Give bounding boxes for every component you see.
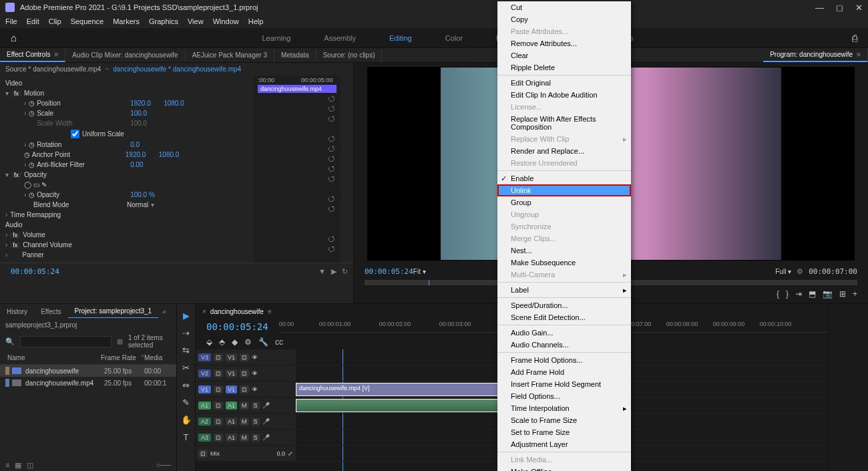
slip-tool-icon[interactable]: ⇔ — [180, 379, 192, 391]
reset-icon[interactable]: ⭯ — [328, 114, 335, 124]
track-select-tool-icon[interactable]: ⇢ — [180, 327, 192, 339]
context-menu-item[interactable]: Remove Attributes... — [497, 37, 631, 49]
context-menu-item[interactable]: Insert Frame Hold Segment — [497, 378, 631, 390]
project-item-sequence[interactable]: dancinghousewife 25.00 fps 00:00 — [0, 365, 176, 377]
list-view-icon[interactable]: ≡ — [5, 461, 9, 470]
context-menu-item[interactable]: Label — [497, 284, 631, 296]
ec-position-x[interactable]: 1920.0 — [130, 100, 164, 107]
ec-flicker-value[interactable]: 0.00 — [130, 161, 164, 168]
mask-pen-icon[interactable]: ✎ — [41, 181, 47, 188]
dropdown-icon[interactable]: ▾ — [151, 201, 154, 208]
wrench-icon[interactable]: 🔧 — [258, 337, 268, 347]
hand-tool-icon[interactable]: ✋ — [180, 414, 192, 426]
ec-sequence-link[interactable]: dancinghousewife * dancinghousewife.mp4 — [113, 65, 241, 73]
tab-effect-controls[interactable]: Effect Controls≡ — [0, 48, 65, 62]
bin-icon[interactable]: ⊞ — [117, 337, 123, 346]
panel-menu-icon[interactable]: ≡ — [268, 308, 272, 315]
add-button-icon[interactable]: + — [853, 289, 857, 299]
project-item-clip[interactable]: dancinghousewife.mp4 25.00 fps 00:00:1 — [0, 377, 176, 389]
mic-icon[interactable]: 🎤 — [262, 418, 270, 425]
context-menu-item[interactable]: Audio Gain... — [497, 327, 631, 339]
freeform-view-icon[interactable]: ◫ — [27, 461, 33, 470]
track-header-mix[interactable]: ⊡Mix0.0⤢ — [196, 446, 296, 462]
context-menu-item[interactable]: Cut — [497, 1, 631, 13]
ec-blend-value[interactable]: Normal — [127, 201, 148, 208]
reset-icon[interactable]: ⭯ — [328, 104, 335, 114]
reset-icon[interactable]: ⭯ — [328, 154, 335, 164]
disclosure-icon[interactable]: ▾ — [5, 90, 9, 97]
disclosure-icon[interactable]: ▾ — [5, 171, 9, 178]
tab-audio-clip-mixer[interactable]: Audio Clip Mixer: dancinghousewife — [65, 49, 185, 61]
context-menu-item[interactable]: Edit Original — [497, 77, 631, 89]
context-menu-item[interactable]: Set to Frame Size — [497, 426, 631, 438]
overwrite-icon[interactable]: ⬒ — [809, 289, 816, 299]
eye-icon[interactable]: 👁 — [252, 386, 258, 393]
ec-rotation-value[interactable]: 0.0 — [130, 141, 164, 148]
context-menu-item[interactable]: Group — [497, 196, 631, 208]
eye-icon[interactable]: 👁 — [252, 370, 258, 377]
context-menu-item[interactable]: Frame Hold Options... — [497, 354, 631, 366]
marker-icon[interactable]: ◆ — [232, 337, 238, 347]
reset-icon[interactable]: ⭯ — [328, 194, 335, 204]
ec-panner[interactable]: Panner — [22, 251, 116, 259]
col-frame-rate[interactable]: Frame Rate — [101, 354, 141, 361]
ec-clip-bar[interactable]: dancinghousewife.mp4 — [258, 85, 337, 93]
reset-icon[interactable]: ⭯ — [328, 94, 335, 104]
track-header-v1[interactable]: V1⊡V1⊡👁 — [196, 381, 296, 398]
track-header-a2[interactable]: A2⊡A1MS🎤 — [196, 414, 296, 430]
tab-program-monitor[interactable]: Program: dancinghousewife≡ — [763, 48, 868, 62]
tab-aejuice[interactable]: AEJuice Pack Manager 3 — [186, 49, 274, 61]
menu-sequence[interactable]: Sequence — [71, 17, 104, 25]
filter-icon[interactable]: ▼ — [318, 267, 326, 276]
close-icon[interactable]: × — [202, 308, 206, 315]
resolution-dropdown[interactable]: Full ▾ — [775, 268, 791, 275]
icon-view-icon[interactable]: ▦ — [15, 461, 21, 470]
context-menu-item[interactable]: Time Interpolation — [497, 402, 631, 414]
ec-channel-volume[interactable]: Channel Volume — [23, 241, 116, 249]
tab-metadata[interactable]: Metadata — [274, 49, 316, 61]
disclosure-icon[interactable]: › — [5, 231, 7, 239]
disclosure-icon[interactable]: › — [5, 241, 7, 249]
disclosure-icon[interactable]: › — [5, 251, 7, 259]
pen-tool-icon[interactable]: ✎ — [180, 396, 192, 408]
context-menu-item[interactable]: Speed/Duration... — [497, 299, 631, 311]
ec-opacity[interactable]: Opacity — [24, 171, 118, 178]
menu-file[interactable]: File — [5, 17, 17, 25]
menu-help[interactable]: Help — [248, 17, 264, 25]
stopwatch-icon[interactable]: ◷ — [29, 161, 35, 168]
mic-icon[interactable]: 🎤 — [262, 434, 270, 441]
insert-icon[interactable]: ⇥ — [795, 289, 802, 299]
timeline-tab[interactable]: dancinghousewife — [210, 308, 264, 315]
workspace-learning[interactable]: Learning — [262, 34, 291, 42]
reset-icon[interactable]: ⭯ — [328, 204, 335, 214]
safe-margins-icon[interactable]: ⊞ — [839, 289, 846, 299]
context-menu-item[interactable]: Ripple Delete — [497, 61, 631, 73]
chevron-icon[interactable]: » — [158, 308, 170, 315]
menu-window[interactable]: Window — [213, 17, 239, 25]
razor-tool-icon[interactable]: ✂ — [180, 361, 192, 373]
context-menu-item[interactable]: Field Options... — [497, 390, 631, 402]
ec-volume[interactable]: Volume — [23, 231, 116, 239]
ec-anchor-y[interactable]: 1080.0 — [159, 151, 192, 158]
ec-motion[interactable]: Motion — [24, 90, 118, 97]
context-menu-item[interactable]: Nest... — [497, 245, 631, 257]
program-timecode[interactable]: 00:00:05:24 — [365, 267, 413, 276]
linked-selection-icon[interactable]: ⬘ — [219, 337, 225, 347]
minimize-icon[interactable]: — — [815, 3, 824, 13]
play-icon[interactable]: ▶ — [331, 267, 337, 276]
context-menu-item[interactable]: Make Subsequence — [497, 257, 631, 269]
export-frame-icon[interactable]: 📷 — [823, 289, 833, 299]
workspace-editing[interactable]: Editing — [389, 34, 412, 42]
reset-icon[interactable]: ⭯ — [328, 164, 335, 174]
context-menu-item[interactable]: Render and Replace... — [497, 145, 631, 157]
sequence-settings-icon[interactable]: ⚙ — [244, 337, 252, 347]
ec-time-remap[interactable]: Time Remapping — [10, 211, 103, 218]
mark-out-icon[interactable]: } — [786, 289, 789, 299]
maximize-icon[interactable]: ◻ — [836, 3, 843, 13]
close-icon[interactable]: ✕ — [855, 3, 863, 13]
mask-ellipse-icon[interactable]: ◯ — [24, 181, 31, 188]
workspace-color[interactable]: Color — [445, 34, 463, 42]
mic-icon[interactable]: 🎤 — [262, 402, 270, 409]
project-search-input[interactable] — [20, 336, 112, 347]
ec-position-y[interactable]: 1080.0 — [164, 100, 197, 107]
